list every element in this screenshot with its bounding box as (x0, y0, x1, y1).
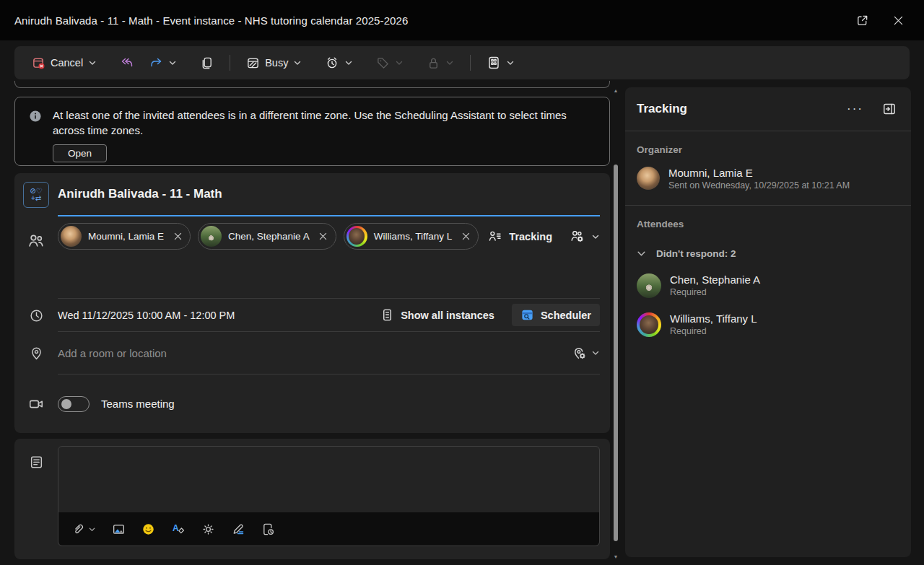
attendee-chip[interactable]: Williams, Tiffany L (344, 223, 479, 250)
emoji-button[interactable] (141, 522, 155, 536)
clear-formatting-button[interactable]: A (171, 522, 186, 536)
busy-label: Busy (265, 57, 288, 69)
attendee-chip[interactable]: Moumni, Lamia E (58, 223, 191, 250)
clear-formatting-icon: A (171, 522, 186, 536)
attendee-name: Williams, Tiffany L (670, 312, 757, 325)
insert-image-button[interactable] (112, 522, 126, 536)
didnt-respond-label: Didn't respond: 2 (656, 248, 736, 259)
chevron-down-icon (168, 58, 177, 67)
scheduling-poll-button[interactable] (261, 522, 275, 536)
avatar (346, 226, 367, 247)
draw-pen-icon (231, 522, 245, 536)
close-icon (461, 231, 471, 242)
attendee-chip-name: Moumni, Lamia E (82, 231, 168, 242)
show-all-instances-label: Show all instances (401, 310, 494, 321)
event-form-card: ⊘♡ +⇄ Moumni, Lamia E (14, 173, 610, 433)
remove-attendee-button[interactable] (168, 227, 187, 246)
attendee-chip[interactable]: Chen, Stephanie A (198, 223, 336, 250)
brightness-button[interactable] (201, 522, 215, 536)
cancel-event-button[interactable]: Cancel (26, 52, 103, 74)
open-in-new-window-icon (855, 14, 869, 27)
scroll-up-button[interactable]: ▲ (611, 88, 620, 93)
chevron-down-icon (88, 58, 97, 67)
chevron-down-icon (88, 525, 96, 533)
show-all-instances-button[interactable]: Show all instances (380, 308, 494, 322)
people-settings-icon (570, 229, 585, 244)
attendee-name: Chen, Stephanie A (670, 273, 760, 286)
attendees-heading: Attendees (637, 219, 899, 229)
organizer-row[interactable]: Moumni, Lamia E Sent on Wednesday, 10/29… (637, 167, 899, 190)
location-input[interactable] (58, 347, 565, 359)
remove-attendee-button[interactable] (314, 227, 333, 246)
apps-grid-icon (487, 56, 501, 70)
document-clock-icon (261, 522, 275, 536)
tracking-panel-title: Tracking (637, 102, 828, 116)
close-icon (892, 14, 905, 27)
busy-status-icon (246, 56, 260, 70)
video-camera-icon (28, 396, 44, 412)
clock-icon (29, 308, 44, 323)
sensitivity-button (421, 52, 460, 74)
pop-out-button[interactable] (849, 7, 875, 33)
close-button[interactable] (885, 7, 911, 33)
location-pin-icon (29, 346, 44, 361)
reply-all-icon (120, 56, 134, 70)
teams-meeting-toggle[interactable] (58, 396, 90, 412)
show-as-busy-button[interactable]: Busy (240, 52, 308, 74)
cancel-label: Cancel (51, 57, 83, 69)
description-editor: A (58, 446, 600, 546)
vertical-scrollbar: ▲ ▼ (611, 87, 620, 559)
avatar (637, 312, 661, 337)
avatar (637, 167, 660, 190)
didnt-respond-group-toggle[interactable]: Didn't respond: 2 (637, 248, 899, 259)
open-scheduling-assistant-button[interactable]: Open (53, 144, 107, 162)
scrollbar-thumb[interactable] (614, 165, 618, 541)
scheduler-icon (520, 308, 534, 322)
location-options-button[interactable] (572, 346, 600, 361)
organizer-sent-time: Sent on Wednesday, 10/29/2025 at 10:21 A… (668, 180, 850, 190)
scroll-down-button[interactable]: ▼ (611, 554, 620, 559)
organizer-heading: Organizer (637, 144, 899, 155)
attendee-row[interactable]: Williams, Tiffany L Required (637, 312, 899, 337)
notes-icon (29, 455, 44, 470)
apps-button[interactable] (481, 51, 520, 74)
tracking-list-icon (488, 229, 502, 244)
chevron-down-icon (344, 58, 353, 67)
toolbar-divider (470, 55, 471, 71)
chevron-down-icon (506, 58, 515, 67)
attendee-row[interactable]: Chen, Stephanie A Required (637, 273, 899, 298)
window-title: Anirudh Balivada - 11 - Math - Event ins… (14, 14, 849, 27)
scheduler-button[interactable]: Scheduler (512, 304, 600, 326)
tag-icon (376, 56, 390, 70)
remove-attendee-button[interactable] (456, 227, 475, 246)
paperclip-icon (71, 522, 85, 536)
description-textbox[interactable] (58, 447, 599, 512)
toggle-knob (61, 399, 71, 409)
attach-file-button[interactable] (71, 522, 96, 536)
event-window: Anirudh Balivada - 11 - Math - Event ins… (0, 0, 924, 565)
description-card: A (14, 439, 610, 559)
timezone-info-banner: At least one of the invited attendees is… (14, 97, 610, 166)
copy-to-calendar-button[interactable] (194, 52, 219, 74)
event-datetime[interactable]: Wed 11/12/2025 10:00 AM - 12:00 PM (58, 310, 235, 321)
alarm-clock-icon (325, 56, 339, 70)
titlebar: Anirudh Balivada - 11 - Math - Event ins… (0, 0, 924, 40)
attendees-people-icon (27, 232, 45, 250)
reminder-button[interactable] (319, 51, 359, 74)
forward-button[interactable] (143, 51, 183, 74)
close-pane-icon[interactable] (882, 102, 897, 116)
image-icon (112, 522, 126, 536)
svg-text:A: A (173, 523, 179, 533)
reply-all-button[interactable] (114, 51, 140, 74)
chevron-down-icon (445, 58, 454, 67)
chevron-down-icon (293, 58, 302, 67)
editor-toolbar: A (58, 512, 599, 546)
more-options-button[interactable]: ··· (847, 105, 863, 113)
event-title-input[interactable] (58, 187, 600, 201)
response-options-button[interactable] (570, 229, 600, 244)
draw-button[interactable] (231, 522, 245, 536)
emoji-smiley-icon (141, 522, 155, 536)
tracking-button[interactable]: Tracking (488, 229, 552, 244)
event-icon-picker-button[interactable]: ⊘♡ +⇄ (23, 182, 49, 208)
attendee-chip-name: Williams, Tiffany L (367, 231, 457, 242)
